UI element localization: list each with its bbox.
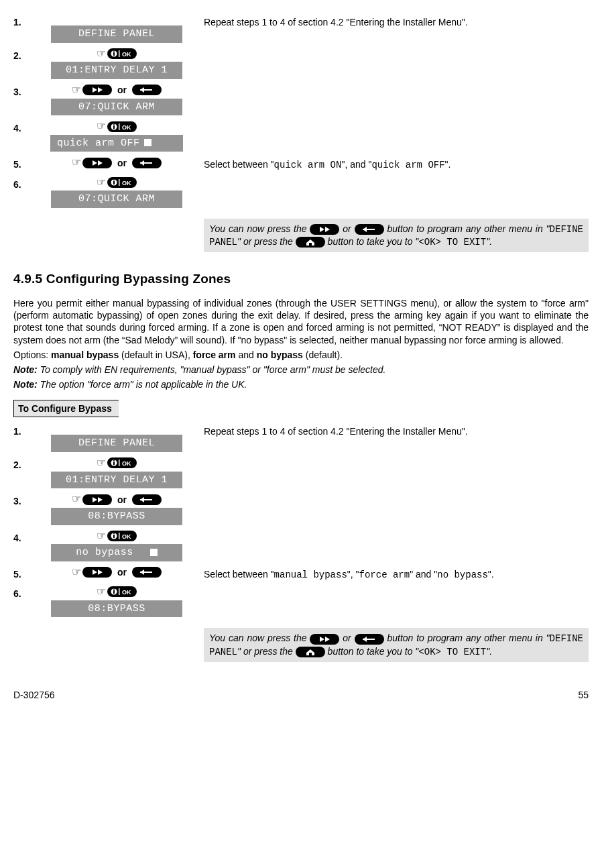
prev-button-icon xyxy=(132,567,162,578)
hand-icon: ☞ xyxy=(72,84,81,95)
step-number: 2. xyxy=(13,456,29,471)
step-number: 2. xyxy=(13,47,29,62)
prev-button-icon xyxy=(132,158,162,168)
step-number: 5. xyxy=(13,565,29,580)
ok-button-icon xyxy=(107,48,137,59)
lcd-quick-arm: 07:QUICK ARM xyxy=(51,99,182,116)
step-description: Repeat steps 1 to 4 of section 4.2 "Ente… xyxy=(204,13,589,28)
next-button-icon xyxy=(310,224,339,235)
step-number: 1. xyxy=(13,13,29,28)
ok-button-icon xyxy=(107,121,137,132)
prev-button-icon xyxy=(355,224,384,235)
quick-arm-steps: 1. DEFINE PANEL Repeat steps 1 to 4 of s… xyxy=(13,13,589,252)
note-line: Note: The option "force arm" is not appl… xyxy=(13,378,589,390)
step-number: 4. xyxy=(13,529,29,544)
step-number: 6. xyxy=(13,176,29,191)
or-text: or xyxy=(117,567,127,578)
step-number: 5. xyxy=(13,156,29,170)
lcd-bypass: 08:BYPASS xyxy=(51,508,182,525)
lcd-entry-delay: 01:ENTRY DELAY 1 xyxy=(51,472,182,489)
page-footer: D-302756 55 xyxy=(13,689,589,701)
hand-icon: ☞ xyxy=(97,176,106,188)
options-line: Options: manual bypass (default in USA),… xyxy=(13,349,589,361)
tip-box: You can now press the or button to progr… xyxy=(204,219,589,252)
lcd-no-bypass: no bypass xyxy=(51,544,182,561)
body-paragraph: Here you permit either manual bypassing … xyxy=(13,297,589,346)
next-button-icon xyxy=(82,494,112,505)
lcd-quick-arm-confirm: 07:QUICK ARM xyxy=(51,191,182,208)
cursor-icon xyxy=(144,139,152,146)
ok-button-icon xyxy=(107,531,137,541)
lcd-bypass-confirm: 08:BYPASS xyxy=(51,600,182,618)
or-text: or xyxy=(117,158,127,168)
hand-icon: ☞ xyxy=(97,530,106,541)
lcd-define-panel: DEFINE PANEL xyxy=(51,435,182,452)
section-heading: 4.9.5 Configuring Bypassing Zones xyxy=(13,271,589,288)
bypass-steps: 1. DEFINE PANEL Repeat steps 1 to 4 of s… xyxy=(13,423,589,661)
step-description: Select between "quick arm ON", and "quic… xyxy=(204,156,589,171)
step-description: Select between "manual bypass", "force a… xyxy=(204,565,589,581)
step-number: 3. xyxy=(13,492,29,507)
prev-button-icon xyxy=(132,494,162,505)
step-number: 6. xyxy=(13,585,29,600)
configure-bypass-label: To Configure Bypass xyxy=(13,400,119,417)
lcd-entry-delay: 01:ENTRY DELAY 1 xyxy=(51,62,182,79)
note-line: Note: To comply with EN requirements, "m… xyxy=(13,364,589,376)
prev-button-icon xyxy=(355,634,384,645)
doc-id: D-302756 xyxy=(13,689,55,701)
ok-button-icon xyxy=(107,177,137,188)
hand-icon: ☞ xyxy=(72,566,81,578)
cursor-icon xyxy=(150,549,158,556)
home-button-icon xyxy=(296,647,325,657)
or-text: or xyxy=(117,85,127,95)
hand-icon: ☞ xyxy=(97,586,106,597)
step-description: Repeat steps 1 to 4 of section 4.2 "Ente… xyxy=(204,423,589,437)
hand-icon: ☞ xyxy=(97,457,106,468)
or-text: or xyxy=(117,494,127,505)
tip-box: You can now press the or button to progr… xyxy=(204,628,589,661)
prev-button-icon xyxy=(132,85,162,95)
ok-button-icon xyxy=(107,457,137,468)
page-number: 55 xyxy=(578,689,589,701)
next-button-icon xyxy=(82,158,112,168)
next-button-icon xyxy=(82,567,112,578)
step-number: 1. xyxy=(13,423,29,437)
hand-icon: ☞ xyxy=(72,493,81,504)
lcd-define-panel: DEFINE PANEL xyxy=(51,25,182,43)
next-button-icon xyxy=(82,85,112,95)
step-number: 4. xyxy=(13,119,29,134)
ok-button-icon xyxy=(107,586,137,597)
hand-icon: ☞ xyxy=(97,120,106,131)
step-number: 3. xyxy=(13,83,29,98)
hand-icon: ☞ xyxy=(97,48,106,59)
lcd-quick-arm-off: quick arm OFF xyxy=(50,135,183,152)
next-button-icon xyxy=(310,634,339,645)
hand-icon: ☞ xyxy=(72,156,81,168)
home-button-icon xyxy=(296,237,325,248)
